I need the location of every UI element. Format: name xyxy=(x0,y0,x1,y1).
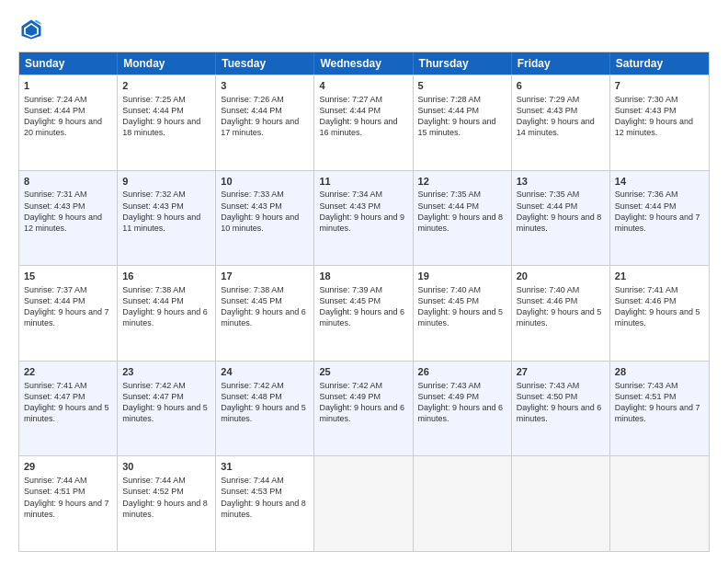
day-info: Sunrise: 7:25 AM Sunset: 4:44 PM Dayligh… xyxy=(122,94,210,139)
day-info: Sunrise: 7:35 AM Sunset: 4:44 PM Dayligh… xyxy=(418,189,506,234)
day-number: 14 xyxy=(615,175,704,189)
day-number: 23 xyxy=(122,365,210,379)
header-day-wednesday: Wednesday xyxy=(314,52,413,75)
cal-cell-18: 18Sunrise: 7:39 AM Sunset: 4:45 PM Dayli… xyxy=(314,266,413,361)
cal-cell-31: 31Sunrise: 7:44 AM Sunset: 4:53 PM Dayli… xyxy=(216,456,314,551)
day-info: Sunrise: 7:44 AM Sunset: 4:52 PM Dayligh… xyxy=(122,475,210,520)
cal-cell-1: 1Sunrise: 7:24 AM Sunset: 4:44 PM Daylig… xyxy=(19,75,118,170)
cal-cell-26: 26Sunrise: 7:43 AM Sunset: 4:49 PM Dayli… xyxy=(414,362,512,456)
day-number: 12 xyxy=(418,175,506,189)
day-number: 15 xyxy=(24,270,112,283)
day-number: 31 xyxy=(221,460,309,474)
cal-cell-23: 23Sunrise: 7:42 AM Sunset: 4:47 PM Dayli… xyxy=(118,362,216,456)
cal-cell-empty-4-5 xyxy=(512,456,610,551)
day-info: Sunrise: 7:44 AM Sunset: 4:51 PM Dayligh… xyxy=(24,475,112,520)
day-number: 8 xyxy=(24,175,112,189)
day-number: 22 xyxy=(24,365,112,379)
day-info: Sunrise: 7:40 AM Sunset: 4:45 PM Dayligh… xyxy=(418,284,506,329)
day-number: 5 xyxy=(418,79,506,93)
day-info: Sunrise: 7:35 AM Sunset: 4:44 PM Dayligh… xyxy=(517,189,605,234)
day-number: 17 xyxy=(221,270,309,283)
cal-cell-3: 3Sunrise: 7:26 AM Sunset: 4:44 PM Daylig… xyxy=(216,75,314,170)
cal-cell-28: 28Sunrise: 7:43 AM Sunset: 4:51 PM Dayli… xyxy=(610,362,709,456)
day-info: Sunrise: 7:24 AM Sunset: 4:44 PM Dayligh… xyxy=(24,94,112,139)
calendar: SundayMondayTuesdayWednesdayThursdayFrid… xyxy=(18,52,710,552)
cal-cell-4: 4Sunrise: 7:27 AM Sunset: 4:44 PM Daylig… xyxy=(314,75,413,170)
day-number: 28 xyxy=(615,365,704,379)
day-info: Sunrise: 7:38 AM Sunset: 4:44 PM Dayligh… xyxy=(122,284,210,329)
cal-cell-5: 5Sunrise: 7:28 AM Sunset: 4:44 PM Daylig… xyxy=(414,75,512,170)
header-day-tuesday: Tuesday xyxy=(216,52,314,75)
day-number: 16 xyxy=(122,270,210,283)
cal-cell-19: 19Sunrise: 7:40 AM Sunset: 4:45 PM Dayli… xyxy=(414,266,512,361)
day-info: Sunrise: 7:38 AM Sunset: 4:45 PM Dayligh… xyxy=(221,284,309,329)
day-info: Sunrise: 7:42 AM Sunset: 4:48 PM Dayligh… xyxy=(221,380,309,425)
day-number: 21 xyxy=(615,270,704,283)
calendar-header: SundayMondayTuesdayWednesdayThursdayFrid… xyxy=(19,52,709,75)
header-day-thursday: Thursday xyxy=(414,52,512,75)
day-info: Sunrise: 7:44 AM Sunset: 4:53 PM Dayligh… xyxy=(221,475,309,520)
day-info: Sunrise: 7:34 AM Sunset: 4:43 PM Dayligh… xyxy=(319,189,407,234)
cal-cell-empty-4-4 xyxy=(414,456,512,551)
cal-cell-20: 20Sunrise: 7:40 AM Sunset: 4:46 PM Dayli… xyxy=(512,266,610,361)
cal-cell-16: 16Sunrise: 7:38 AM Sunset: 4:44 PM Dayli… xyxy=(118,266,216,361)
day-number: 10 xyxy=(221,175,309,189)
day-number: 1 xyxy=(24,79,112,93)
cal-cell-29: 29Sunrise: 7:44 AM Sunset: 4:51 PM Dayli… xyxy=(19,456,118,551)
cal-cell-9: 9Sunrise: 7:32 AM Sunset: 4:43 PM Daylig… xyxy=(118,171,216,266)
header-day-saturday: Saturday xyxy=(610,52,709,75)
cal-cell-22: 22Sunrise: 7:41 AM Sunset: 4:47 PM Dayli… xyxy=(19,362,118,456)
day-info: Sunrise: 7:42 AM Sunset: 4:47 PM Dayligh… xyxy=(122,380,210,425)
day-number: 30 xyxy=(122,460,210,474)
cal-cell-14: 14Sunrise: 7:36 AM Sunset: 4:44 PM Dayli… xyxy=(610,171,709,266)
page: SundayMondayTuesdayWednesdayThursdayFrid… xyxy=(0,0,728,563)
header-day-friday: Friday xyxy=(512,52,610,75)
cal-cell-empty-4-6 xyxy=(610,456,709,551)
header xyxy=(18,17,710,42)
day-info: Sunrise: 7:40 AM Sunset: 4:46 PM Dayligh… xyxy=(517,284,605,329)
cal-cell-6: 6Sunrise: 7:29 AM Sunset: 4:43 PM Daylig… xyxy=(512,75,610,170)
day-number: 7 xyxy=(615,79,704,93)
day-number: 26 xyxy=(418,365,506,379)
day-info: Sunrise: 7:26 AM Sunset: 4:44 PM Dayligh… xyxy=(221,94,309,139)
day-info: Sunrise: 7:37 AM Sunset: 4:44 PM Dayligh… xyxy=(24,284,112,329)
cal-cell-8: 8Sunrise: 7:31 AM Sunset: 4:43 PM Daylig… xyxy=(19,171,118,266)
day-info: Sunrise: 7:32 AM Sunset: 4:43 PM Dayligh… xyxy=(122,189,210,234)
day-info: Sunrise: 7:42 AM Sunset: 4:49 PM Dayligh… xyxy=(319,380,407,425)
cal-cell-17: 17Sunrise: 7:38 AM Sunset: 4:45 PM Dayli… xyxy=(216,266,314,361)
day-info: Sunrise: 7:30 AM Sunset: 4:43 PM Dayligh… xyxy=(615,94,704,139)
cal-week-5: 29Sunrise: 7:44 AM Sunset: 4:51 PM Dayli… xyxy=(19,455,709,551)
day-number: 24 xyxy=(221,365,309,379)
day-info: Sunrise: 7:36 AM Sunset: 4:44 PM Dayligh… xyxy=(615,189,704,234)
cal-cell-21: 21Sunrise: 7:41 AM Sunset: 4:46 PM Dayli… xyxy=(610,266,709,361)
day-number: 25 xyxy=(319,365,407,379)
day-info: Sunrise: 7:43 AM Sunset: 4:50 PM Dayligh… xyxy=(517,380,605,425)
logo xyxy=(18,17,48,42)
day-number: 4 xyxy=(319,79,407,93)
day-info: Sunrise: 7:41 AM Sunset: 4:46 PM Dayligh… xyxy=(615,284,704,329)
cal-cell-11: 11Sunrise: 7:34 AM Sunset: 4:43 PM Dayli… xyxy=(314,171,413,266)
day-number: 20 xyxy=(517,270,605,283)
cal-cell-24: 24Sunrise: 7:42 AM Sunset: 4:48 PM Dayli… xyxy=(216,362,314,456)
day-info: Sunrise: 7:29 AM Sunset: 4:43 PM Dayligh… xyxy=(517,94,605,139)
day-info: Sunrise: 7:33 AM Sunset: 4:43 PM Dayligh… xyxy=(221,189,309,234)
day-info: Sunrise: 7:41 AM Sunset: 4:47 PM Dayligh… xyxy=(24,380,112,425)
logo-icon xyxy=(18,17,44,42)
cal-cell-27: 27Sunrise: 7:43 AM Sunset: 4:50 PM Dayli… xyxy=(512,362,610,456)
day-info: Sunrise: 7:28 AM Sunset: 4:44 PM Dayligh… xyxy=(418,94,506,139)
day-info: Sunrise: 7:39 AM Sunset: 4:45 PM Dayligh… xyxy=(319,284,407,329)
cal-cell-25: 25Sunrise: 7:42 AM Sunset: 4:49 PM Dayli… xyxy=(314,362,413,456)
cal-cell-15: 15Sunrise: 7:37 AM Sunset: 4:44 PM Dayli… xyxy=(19,266,118,361)
cal-cell-10: 10Sunrise: 7:33 AM Sunset: 4:43 PM Dayli… xyxy=(216,171,314,266)
day-number: 3 xyxy=(221,79,309,93)
day-info: Sunrise: 7:43 AM Sunset: 4:51 PM Dayligh… xyxy=(615,380,704,425)
day-number: 2 xyxy=(122,79,210,93)
cal-week-2: 8Sunrise: 7:31 AM Sunset: 4:43 PM Daylig… xyxy=(19,170,709,266)
calendar-body: 1Sunrise: 7:24 AM Sunset: 4:44 PM Daylig… xyxy=(19,75,709,551)
cal-cell-7: 7Sunrise: 7:30 AM Sunset: 4:43 PM Daylig… xyxy=(610,75,709,170)
day-number: 27 xyxy=(517,365,605,379)
day-info: Sunrise: 7:31 AM Sunset: 4:43 PM Dayligh… xyxy=(24,189,112,234)
cal-cell-2: 2Sunrise: 7:25 AM Sunset: 4:44 PM Daylig… xyxy=(118,75,216,170)
cal-cell-12: 12Sunrise: 7:35 AM Sunset: 4:44 PM Dayli… xyxy=(414,171,512,266)
cal-week-1: 1Sunrise: 7:24 AM Sunset: 4:44 PM Daylig… xyxy=(19,75,709,170)
